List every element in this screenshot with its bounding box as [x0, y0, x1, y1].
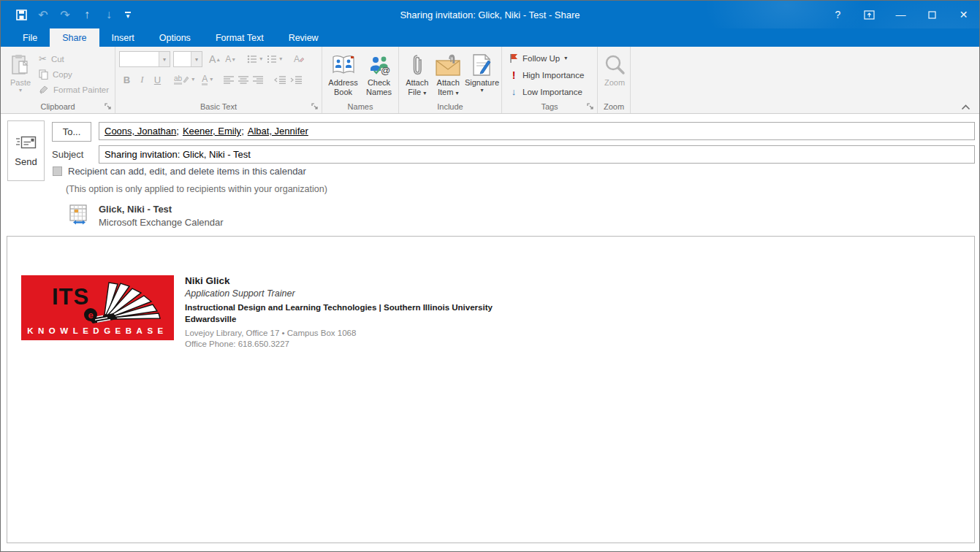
- to-button[interactable]: To...: [52, 122, 91, 142]
- font-color-icon: A: [202, 74, 208, 85]
- signature-department-line1: Instructional Design and Learning Techno…: [185, 303, 493, 312]
- basic-text-dialog-launcher[interactable]: [311, 103, 319, 110]
- align-left-button[interactable]: [221, 72, 236, 88]
- move-down-button[interactable]: ↓: [98, 4, 120, 25]
- minimize-button[interactable]: —: [885, 1, 916, 28]
- attach-item-icon: [435, 51, 461, 78]
- organization-note: (This option is only applied to recipien…: [66, 184, 327, 194]
- font-color-caret-icon: ▾: [210, 77, 213, 83]
- redo-button[interactable]: ↷: [54, 4, 76, 25]
- paste-button[interactable]: Paste ▾: [4, 49, 37, 100]
- message-body[interactable]: ITS e KNOWLE: [7, 236, 975, 543]
- recipient-2[interactable]: Keener, Emily: [183, 126, 241, 137]
- low-importance-button[interactable]: ↓ Low Importance: [506, 83, 595, 100]
- highlight-caret-icon: ▾: [191, 77, 194, 83]
- shrink-font-button[interactable]: A▼: [223, 51, 238, 67]
- tab-insert[interactable]: Insert: [99, 28, 147, 47]
- collapse-ribbon-button[interactable]: [961, 104, 970, 110]
- font-color-button[interactable]: A ▾: [200, 72, 215, 88]
- subject-field[interactable]: Sharing invitation: Glick, Niki - Test: [99, 145, 975, 164]
- undo-button[interactable]: ↶: [32, 4, 54, 25]
- names-group-label: Names: [348, 102, 373, 111]
- bold-button[interactable]: B: [119, 72, 134, 88]
- tab-share[interactable]: Share: [50, 28, 99, 47]
- clear-formatting-button[interactable]: A: [291, 51, 307, 67]
- align-center-icon: [238, 76, 248, 84]
- attach-file-button[interactable]: Attach File ▾: [403, 49, 432, 100]
- minimize-icon: —: [896, 9, 906, 20]
- attach-file-label-2: File ▾: [408, 88, 426, 97]
- cut-button[interactable]: ✂ Cut: [37, 51, 111, 66]
- customize-quick-access-button[interactable]: ▾: [120, 4, 136, 25]
- recipient-3[interactable]: Albat, Jennifer: [248, 126, 308, 137]
- signature-name: Niki Glick: [185, 275, 493, 286]
- chevron-down-icon: ▾: [126, 14, 130, 18]
- maximize-button[interactable]: [916, 1, 948, 28]
- ribbon-display-options-button[interactable]: [854, 1, 885, 28]
- highlight-pen-icon: [183, 76, 189, 83]
- address-book-icon: [332, 51, 355, 78]
- logo-knowledgebase-text: KNOWLEDGEBASE: [21, 326, 174, 335]
- underline-button[interactable]: U: [150, 72, 165, 88]
- email-signature: Niki Glick Application Support Trainer I…: [185, 275, 493, 350]
- tab-review[interactable]: Review: [276, 28, 331, 47]
- ribbon: Paste ▾ ✂ Cut: [1, 47, 979, 114]
- tags-dialog-launcher[interactable]: [587, 103, 594, 110]
- zoom-button-label: Zoom: [604, 78, 625, 88]
- italic-button[interactable]: I: [134, 72, 150, 88]
- align-center-button[interactable]: [236, 72, 251, 88]
- close-button[interactable]: ✕: [948, 1, 979, 28]
- text-highlight-button[interactable]: ab ▾: [172, 72, 197, 88]
- logo-its-text: ITS: [52, 284, 89, 310]
- chevron-up-icon: [961, 104, 970, 110]
- format-painter-label: Format Painter: [53, 85, 109, 94]
- format-painter-button[interactable]: Format Painter: [37, 82, 111, 97]
- zoom-icon: [604, 51, 626, 78]
- align-right-button[interactable]: [251, 72, 265, 88]
- font-name-combo[interactable]: ▾: [119, 51, 170, 67]
- recipient-permission-checkbox[interactable]: [53, 166, 62, 176]
- tab-format-text[interactable]: Format Text: [203, 28, 276, 47]
- logo-book-icon: [88, 277, 169, 325]
- svg-text:@: @: [381, 65, 390, 75]
- tab-file[interactable]: File: [10, 28, 50, 47]
- help-button[interactable]: ?: [822, 1, 854, 28]
- tab-options[interactable]: Options: [147, 28, 203, 47]
- high-importance-button[interactable]: ! High Importance: [506, 66, 595, 83]
- attach-file-caret-icon: ▾: [423, 90, 426, 96]
- follow-up-button[interactable]: Follow Up ▾: [506, 50, 595, 66]
- clipboard-dialog-launcher[interactable]: [105, 103, 112, 110]
- font-size-combo[interactable]: ▾: [173, 51, 202, 67]
- tab-file-label: File: [23, 33, 37, 43]
- high-importance-icon: !: [509, 69, 518, 81]
- numbering-button[interactable]: ▾: [265, 51, 284, 67]
- signature-button[interactable]: Signature ▾: [465, 49, 499, 100]
- clipboard-group: Paste ▾ ✂ Cut: [1, 47, 115, 113]
- to-button-label: To...: [63, 126, 81, 137]
- to-field[interactable]: Coons, Jonathan;Keener, Emily;Albat, Jen…: [99, 122, 975, 140]
- font-size-dropdown-icon: ▾: [191, 52, 202, 66]
- follow-up-label: Follow Up: [523, 54, 560, 63]
- decrease-indent-button[interactable]: [272, 72, 288, 88]
- attach-item-button[interactable]: Attach Item ▾: [433, 49, 463, 100]
- recipient-1[interactable]: Coons, Jonathan: [105, 126, 176, 137]
- check-names-icon: @: [368, 51, 390, 78]
- increase-indent-button[interactable]: [288, 72, 304, 88]
- check-names-button[interactable]: @ Check Names: [362, 49, 396, 100]
- signature-icon: [471, 51, 493, 78]
- cut-icon: ✂: [39, 53, 47, 64]
- include-group-label: Include: [437, 102, 463, 111]
- signature-phone: Office Phone: 618.650.3227: [185, 339, 493, 350]
- paste-caret-icon: ▾: [19, 88, 22, 93]
- zoom-button[interactable]: Zoom: [601, 49, 628, 100]
- exchange-calendar-icon: [69, 204, 89, 226]
- signature-role: Application Support Trainer: [185, 288, 493, 299]
- send-button[interactable]: Send: [7, 120, 45, 181]
- move-up-button[interactable]: ↑: [76, 4, 98, 25]
- bullets-button[interactable]: ▾: [245, 51, 265, 67]
- calendar-attachment-name[interactable]: Glick, Niki - Test: [99, 204, 172, 215]
- copy-button[interactable]: Copy: [37, 66, 111, 82]
- save-button[interactable]: [10, 4, 32, 25]
- grow-font-button[interactable]: A▲: [207, 51, 223, 67]
- address-book-button[interactable]: Address Book: [326, 49, 360, 100]
